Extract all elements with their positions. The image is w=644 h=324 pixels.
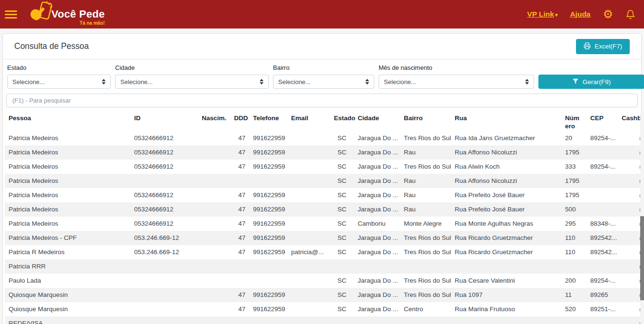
cell-cidade: Jaragua Do ... <box>354 174 400 188</box>
cell-id: 05324666912 <box>130 145 195 160</box>
filter-group-cidade: CidadeSelecione... <box>115 64 269 89</box>
cell-bairro: Rau <box>400 174 451 188</box>
cell-telefone: 991622959 <box>249 145 287 160</box>
filters-row: EstadoSelecione...CidadeSelecione...Bair… <box>5 62 639 89</box>
column-header-numero[interactable]: Número <box>561 110 586 131</box>
updown-arrows-icon <box>365 79 369 85</box>
filter-funnel-icon <box>572 78 579 86</box>
column-header-cidade[interactable]: Cidade <box>354 110 400 131</box>
cell-rua: Rua Affonso Nicoluzzi <box>451 145 561 160</box>
cell-numero: 1795 <box>561 188 586 202</box>
cell-nascim <box>195 217 230 231</box>
cell-numero: 110 <box>561 231 586 245</box>
cell-pessoa: Patricia Medeiros <box>5 131 130 145</box>
cell-bairro: Tres Rios do Sul <box>400 288 451 302</box>
filter-select-mes-de-nascimento[interactable]: Selecione... <box>379 75 534 89</box>
search-row <box>5 89 639 108</box>
table-row[interactable]: Patricia Medeiros0532466691247991622959S… <box>5 188 644 202</box>
cell-nascim <box>195 131 230 145</box>
logo-title: Você Pede <box>51 10 105 19</box>
column-header-cep[interactable]: CEP <box>586 110 618 131</box>
cell-estado: SC <box>330 131 354 145</box>
cell-cep <box>586 174 618 188</box>
cell-id: 05324666912 <box>130 131 195 145</box>
cell-bairro: Tres Rios do Sul <box>400 245 451 259</box>
nav-vp-link[interactable]: VP Link▾ <box>527 10 557 19</box>
table-row[interactable]: Patricia Medeiros0532466691247991622959S… <box>5 131 644 145</box>
gear-icon[interactable]: ⚙ <box>603 9 613 20</box>
cell-cep <box>586 259 618 274</box>
chevron-down-icon: ▾ <box>555 12 558 18</box>
cell-numero <box>561 259 586 274</box>
cell-rua: Rua Prefeito José Bauer <box>451 202 561 217</box>
cell-id <box>130 288 195 302</box>
search-input[interactable] <box>6 94 638 107</box>
cell-pessoa: Patricia Medeiros <box>5 188 130 202</box>
column-header-email[interactable]: Email <box>287 110 330 131</box>
cell-rua: Rua Affonso Nicoluzzi <box>451 174 561 188</box>
bell-icon[interactable] <box>625 10 635 19</box>
column-header-pessoa[interactable]: Pessoa <box>5 110 130 131</box>
cell-bairro: Tres Rios do Sul <box>400 160 451 174</box>
cell-estado: SC <box>330 160 354 174</box>
updown-arrows-icon <box>525 79 529 85</box>
cell-telefone: 991622959 <box>249 231 287 245</box>
card-header: Consulta de Pessoa Excel(F7) <box>3 34 641 59</box>
table-row[interactable]: Quiosque Marquesin47991622959SCJaragua D… <box>5 302 644 316</box>
table-row[interactable]: Patricia Medeiros0532466691247991622959S… <box>5 145 644 160</box>
cell-ddd: 47 <box>230 302 249 316</box>
select-value: Selecione... <box>120 78 153 86</box>
table-row[interactable]: Patricia RRR( <box>5 259 644 274</box>
cell-cep: 88348-... <box>586 217 618 231</box>
column-header-telefone[interactable]: Telefone <box>249 110 287 131</box>
filter-select-estado[interactable]: Selecione... <box>7 75 111 89</box>
cell-email <box>287 316 330 324</box>
cell-numero: 520 <box>561 302 586 316</box>
table-row[interactable]: Patricia Medeiros0532466691247991622959S… <box>5 160 644 174</box>
column-header-nascim[interactable]: Nascim. <box>195 110 230 131</box>
cell-pessoa: Quiosque Marquesin <box>5 302 130 316</box>
pessoa-table: PessoaIDNascim.DDDTelefoneEmailEstadoCid… <box>5 110 644 324</box>
vertical-scrollbar-track[interactable] <box>640 112 644 324</box>
cell-cidade: Jaragua Do ... <box>354 131 400 145</box>
cell-numero: 333 <box>561 160 586 174</box>
table-row[interactable]: Paulo LadaSCJaragua Do ...Tres Rios do S… <box>5 274 644 288</box>
table-row[interactable]: Patricia Medeiros0532466691247991622959S… <box>5 202 644 217</box>
cell-ddd <box>230 259 249 274</box>
cell-pessoa: Patricia R Medeiros <box>5 245 130 259</box>
table-row[interactable]: Quiosque Marquesin47991622959SCJaragua D… <box>5 288 644 302</box>
table-row[interactable]: Patricia Medeiros - CPF053.246.669-12479… <box>5 231 644 245</box>
excel-button[interactable]: Excel(F7) <box>576 39 630 54</box>
cell-estado: SC <box>330 302 354 316</box>
column-header-estado[interactable]: Estado <box>330 110 354 131</box>
cell-nascim <box>195 316 230 324</box>
cell-nascim <box>195 302 230 316</box>
filter-select-cidade[interactable]: Selecione... <box>115 75 269 89</box>
gerar-button[interactable]: Gerar(F9) <box>538 75 644 89</box>
cell-cidade: Jaragua Do ... <box>354 160 400 174</box>
table-row[interactable]: Patricia MedeirosSCJaragua Do ...RauRua … <box>5 174 644 188</box>
cell-bairro: Tres Rios do Sul <box>400 274 451 288</box>
cell-nascim <box>195 174 230 188</box>
cell-rua: Rua Ricardo Gruetzmacher <box>451 245 561 259</box>
hamburger-menu-icon[interactable] <box>5 9 17 20</box>
cell-telefone: 991622959 <box>249 202 287 217</box>
cell-nascim <box>195 274 230 288</box>
table-row[interactable]: Patricia Medeiros0532466691247991622959S… <box>5 217 644 231</box>
column-header-rua[interactable]: Rua <box>451 110 561 131</box>
column-header-ddd[interactable]: DDD <box>230 110 249 131</box>
cell-numero: 11 <box>561 288 586 302</box>
nav-ajuda[interactable]: Ajuda <box>570 10 590 19</box>
column-header-id[interactable]: ID <box>130 110 195 131</box>
app-logo[interactable]: Você Pede Tá na mão! <box>28 1 105 28</box>
column-header-bairro[interactable]: Bairro <box>400 110 451 131</box>
cell-telefone <box>249 274 287 288</box>
cell-id <box>130 302 195 316</box>
table-row[interactable]: Patricia R Medeiros053.246.669-124799162… <box>5 245 644 259</box>
cell-cep: 892542... <box>586 245 618 259</box>
cell-pessoa: Quiosque Marquesin <box>5 288 130 302</box>
filter-label-estado: Estado <box>7 64 111 71</box>
vertical-scrollbar-thumb[interactable] <box>640 216 644 300</box>
table-row[interactable]: REDE/VISA( <box>5 316 644 324</box>
filter-select-bairro[interactable]: Selecione... <box>273 75 374 89</box>
